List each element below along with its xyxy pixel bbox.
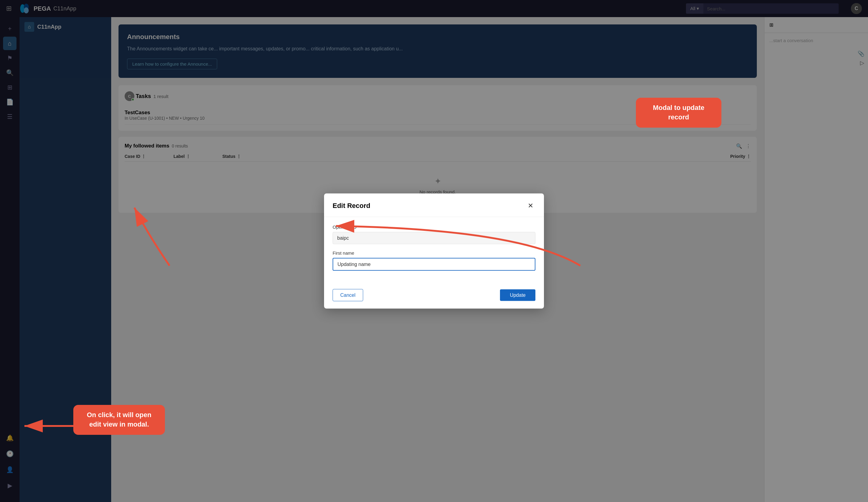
modal-header: Edit Record ✕ xyxy=(324,194,544,217)
first-name-label: First name xyxy=(333,250,535,255)
modal-close-button[interactable]: ✕ xyxy=(526,201,535,211)
operator-id-value: baipc xyxy=(333,232,535,244)
modal-footer: Cancel Update xyxy=(324,284,544,309)
operator-id-group: Operator ID baipc xyxy=(333,224,535,244)
first-name-group: First name xyxy=(333,250,535,271)
edit-record-modal: Edit Record ✕ Operator ID baipc First na… xyxy=(324,194,544,309)
callout-edit-view: On click, it will open edit view in moda… xyxy=(73,405,165,435)
operator-id-label: Operator ID xyxy=(333,224,535,230)
callout-modal-update: Modal to update record xyxy=(636,98,721,128)
cancel-button[interactable]: Cancel xyxy=(333,289,363,301)
update-button[interactable]: Update xyxy=(500,290,535,301)
first-name-input[interactable] xyxy=(333,258,535,271)
modal-title: Edit Record xyxy=(333,202,370,210)
modal-body: Operator ID baipc First name xyxy=(324,217,544,284)
